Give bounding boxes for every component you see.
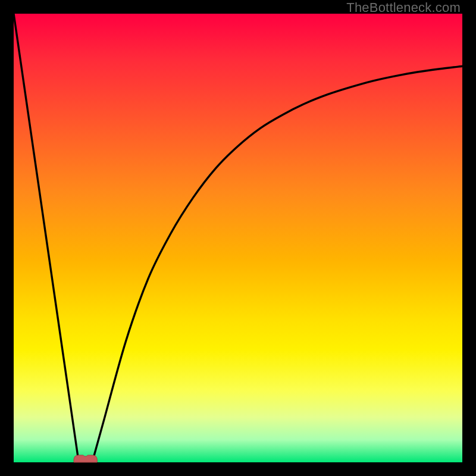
- chart-frame: TheBottleneck.com: [0, 0, 476, 476]
- curve-layer: [14, 14, 462, 462]
- minimum-marker: [74, 455, 97, 462]
- left-branch-line: [14, 14, 79, 462]
- right-branch-line: [92, 66, 462, 462]
- watermark-text: TheBottleneck.com: [346, 0, 461, 15]
